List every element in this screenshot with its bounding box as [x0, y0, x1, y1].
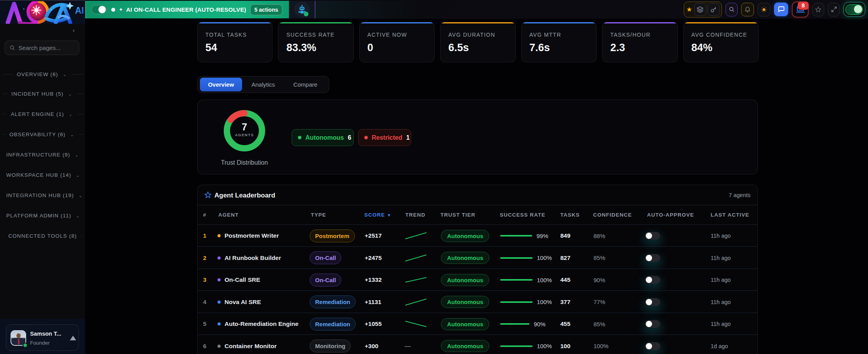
svg-text:AI: AI: [75, 5, 84, 16]
